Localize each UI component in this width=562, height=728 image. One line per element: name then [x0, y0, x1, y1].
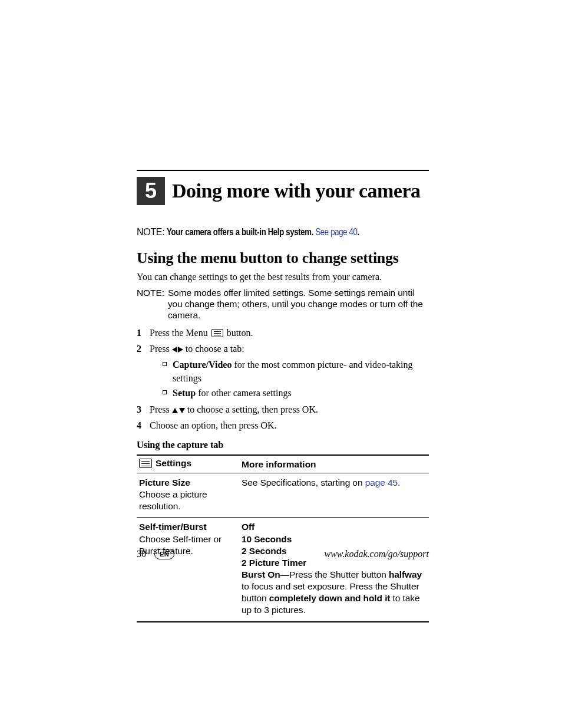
setting-title: Picture Size [139, 477, 238, 489]
bullet-setup: Setup for other camera settings [163, 386, 429, 400]
intro-paragraph: You can change settings to get the best … [137, 271, 429, 284]
arrow-down-icon [179, 408, 185, 413]
chapter-title: Doing more with your camera [172, 177, 421, 205]
step-4: Choose an option, then press OK. [137, 419, 429, 432]
cell-info: See Specifications, starting on page 45. [239, 473, 429, 518]
step-text: Choose an option, then press OK. [150, 419, 277, 432]
setting-title: Self-timer/Burst [139, 521, 238, 533]
step-text: Press [150, 344, 172, 354]
option-burst: Burst On—Press the Shutter button halfwa… [242, 569, 427, 617]
th-settings: Settings [137, 455, 239, 473]
step-text: button. [224, 328, 253, 338]
cell-setting: Picture Size Choose a picture resolution… [137, 473, 239, 518]
tab-bullets: Capture/Video for the most common pictur… [163, 358, 429, 400]
bullet-capture-video: Capture/Video for the most common pictur… [163, 358, 429, 385]
subheading-capture-tab: Using the capture tab [137, 439, 429, 451]
th-label: Settings [156, 458, 191, 469]
step-2: Press to choose a tab: [137, 342, 429, 355]
steps-list: Press the Menu button. Press to choose a… [137, 326, 429, 355]
bullet-bold: Capture/Video [173, 360, 232, 370]
bullet-bold: Setup [173, 388, 196, 398]
note-help-system: NOTE: Your camera offers a built-in Help… [137, 226, 429, 238]
page-footer: 30 EN www.kodak.com/go/support [137, 549, 429, 559]
steps-list-cont: Press to choose a setting, then press OK… [137, 403, 429, 432]
info-text: . [398, 477, 400, 487]
info-text: See Specifications, starting on [242, 477, 365, 487]
option-10s: 10 Seconds [242, 533, 427, 545]
plain-text: —Press the Shutter button [280, 569, 389, 579]
note-text: Some modes offer limited settings. Some … [168, 287, 429, 321]
note-label: NOTE: [137, 287, 164, 321]
menu-icon [211, 329, 223, 337]
step-text: Press [150, 404, 172, 414]
footer-left: 30 EN [137, 549, 174, 559]
arrow-right-icon [178, 347, 183, 353]
square-bullet-icon [163, 390, 167, 394]
table-row: Self-timer/Burst Choose Self-timer or Bu… [137, 518, 429, 622]
bold-text: Burst On [242, 569, 280, 579]
chapter-header: 5 Doing more with your camera [137, 177, 429, 205]
step-text: to choose a tab: [183, 344, 244, 354]
settings-table: Settings More information Picture Size C… [137, 454, 429, 622]
setting-desc: Choose a picture resolution. [139, 489, 238, 512]
page-link[interactable]: See page 40 [315, 226, 357, 237]
table-header-row: Settings More information [137, 455, 429, 473]
note-text: Your camera offers a built-in Help syste… [167, 226, 315, 237]
note-label: NOTE: [137, 227, 164, 237]
bold-text: completely down and hold it [269, 593, 391, 603]
th-more-info: More information [239, 455, 429, 473]
step-3: Press to choose a setting, then press OK… [137, 403, 429, 416]
page-link[interactable]: page 45 [365, 477, 398, 487]
arrow-left-icon [172, 347, 177, 353]
step-1: Press the Menu button. [137, 326, 429, 340]
manual-page: 5 Doing more with your camera NOTE: Your… [0, 0, 562, 728]
cell-setting: Self-timer/Burst Choose Self-timer or Bu… [137, 518, 239, 622]
cell-info: Off 10 Seconds 2 Seconds 2 Picture Timer… [239, 518, 429, 622]
page-number: 30 [137, 549, 146, 559]
bullet-text: for other camera settings [196, 388, 292, 398]
footer-url[interactable]: www.kodak.com/go/support [325, 549, 429, 559]
menu-icon [139, 459, 152, 468]
section-heading: Using the menu button to change settings [137, 249, 429, 267]
language-badge: EN [154, 549, 174, 559]
note-limited-settings: NOTE: Some modes offer limited settings.… [137, 287, 429, 321]
arrow-up-icon [172, 408, 178, 413]
note-period: . [358, 226, 359, 237]
table-row: Picture Size Choose a picture resolution… [137, 473, 429, 518]
chapter-number: 5 [137, 177, 165, 205]
step-text: to choose a setting, then press OK. [185, 404, 318, 414]
bold-text: halfway [389, 569, 422, 579]
top-rule [137, 170, 429, 177]
step-text: Press the Menu [150, 328, 210, 338]
option-off: Off [242, 521, 427, 533]
square-bullet-icon [163, 362, 167, 366]
